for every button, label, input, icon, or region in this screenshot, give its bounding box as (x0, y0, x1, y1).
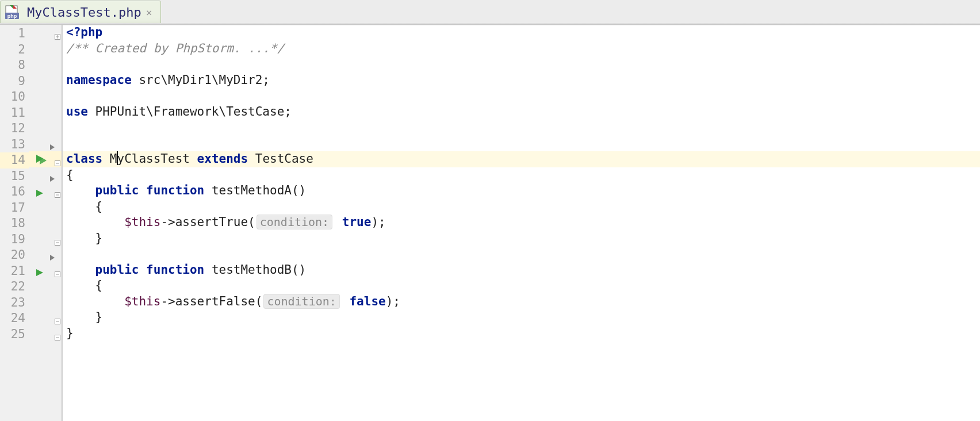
svg-marker-10 (40, 156, 47, 164)
code-line[interactable] (63, 246, 980, 262)
run-test-method-icon[interactable] (35, 186, 44, 202)
line-number: 21 (0, 263, 29, 280)
line-number: 20 (0, 247, 29, 263)
line-number: 8 (0, 58, 29, 74)
arrow-right-icon (48, 171, 55, 178)
code-line[interactable]: } (63, 231, 980, 247)
fold-collapse-icon[interactable] (55, 187, 62, 194)
svg-text:php: php (7, 13, 17, 19)
line-number: 16 (0, 184, 29, 200)
code-line[interactable]: { (63, 199, 980, 215)
fold-collapse-icon[interactable] (55, 156, 62, 163)
line-number: 1 (0, 26, 29, 42)
line-number: 12 (0, 121, 29, 137)
fold-end-icon[interactable] (55, 314, 62, 321)
svg-marker-20 (36, 269, 43, 276)
line-number-gutter: 1 2 8 9 10 11 12 13 14 15 16 17 18 19 20… (0, 25, 29, 421)
code-line[interactable]: public function testMethodB() (63, 262, 980, 278)
parameter-hint: condition: (257, 215, 332, 229)
code-line[interactable]: /** Created by PhpStorm. ...*/ (63, 41, 980, 57)
svg-marker-14 (36, 190, 43, 197)
arrow-right-icon (48, 139, 55, 146)
line-number: 2 (0, 42, 29, 58)
line-number: 22 (0, 279, 29, 295)
svg-marker-19 (50, 255, 55, 261)
line-number: 18 (0, 216, 29, 232)
line-number: 14 (0, 152, 29, 169)
fold-expand-icon[interactable] (55, 29, 62, 36)
code-line[interactable]: { (63, 278, 980, 294)
code-line[interactable]: namespace src\MyDir1\MyDir2; (63, 72, 980, 89)
editor-tab[interactable]: php MyClassTest.php × (0, 1, 161, 24)
arrow-right-icon (48, 250, 55, 257)
parameter-hint: condition: (263, 294, 339, 309)
gutter-icon-strip (29, 25, 63, 421)
code-line[interactable]: $this->assertFalse(condition: false); (63, 294, 980, 310)
php-file-icon: php (5, 3, 22, 21)
code-area[interactable]: <?php /** Created by PhpStorm. ...*/ nam… (63, 25, 980, 421)
fold-collapse-icon[interactable] (55, 267, 62, 274)
line-number: 9 (0, 74, 29, 90)
code-line[interactable]: $this->assertTrue(condition: true); (63, 215, 980, 231)
line-number: 11 (0, 105, 29, 121)
line-number: 10 (0, 89, 29, 105)
line-number: 25 (0, 327, 29, 343)
line-number: 24 (0, 311, 29, 327)
svg-marker-8 (50, 144, 55, 150)
run-test-method-icon[interactable] (35, 266, 44, 282)
code-line[interactable]: <?php (63, 25, 980, 41)
line-number: 13 (0, 137, 29, 153)
fold-end-icon[interactable] (55, 330, 62, 337)
line-number: 23 (0, 295, 29, 311)
code-line[interactable] (63, 88, 980, 104)
code-line[interactable]: use PHPUnit\Framework\TestCase; (63, 104, 980, 120)
close-icon[interactable]: × (146, 6, 152, 18)
code-line[interactable]: } (63, 326, 980, 342)
code-line[interactable]: { (63, 167, 980, 183)
code-editor[interactable]: 1 2 8 9 10 11 12 13 14 15 16 17 18 19 20… (0, 25, 980, 421)
line-number: 15 (0, 169, 29, 185)
code-line[interactable] (63, 136, 980, 152)
tab-bar: php MyClassTest.php × (0, 0, 980, 25)
code-line[interactable]: public function testMethodA() (63, 183, 980, 199)
fold-end-icon[interactable] (55, 235, 62, 242)
code-line-current[interactable]: class MyClassTest extends TestCase (63, 151, 980, 167)
line-number: 17 (0, 200, 29, 216)
svg-marker-13 (50, 176, 55, 182)
tab-filename: MyClassTest.php (27, 5, 141, 20)
line-number: 19 (0, 232, 29, 248)
code-line[interactable] (63, 56, 980, 72)
code-line[interactable]: } (63, 309, 980, 326)
code-line[interactable] (63, 120, 980, 136)
